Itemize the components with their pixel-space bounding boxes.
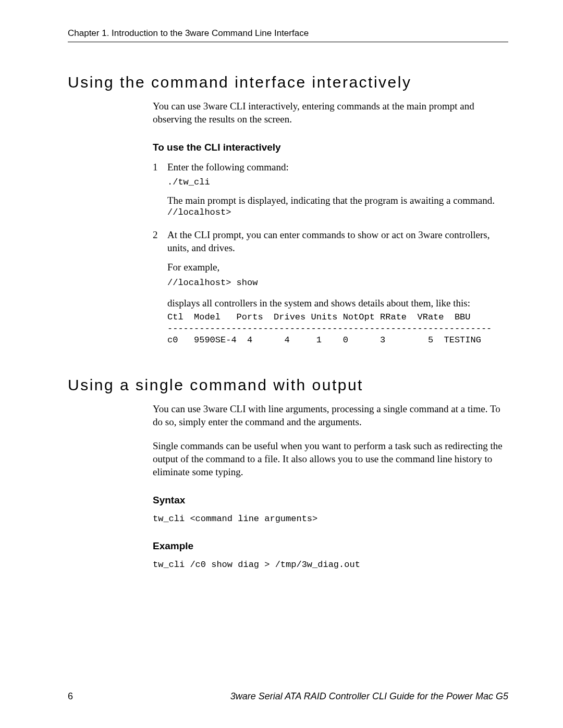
paragraph: Single commands can be useful when you w… (153, 439, 508, 479)
section-heading-single: Using a single command with output (68, 376, 508, 394)
code-sample: ./tw_cli (167, 177, 508, 189)
sub-heading-interactive: To use the CLI interactively (153, 142, 508, 153)
step-number: 1 (153, 162, 167, 173)
step-1: 1 Enter the following command: ./tw_cli … (153, 161, 508, 219)
step-text: Enter the following command: (167, 161, 508, 174)
step-paragraph: displays all controllers in the system a… (167, 297, 508, 310)
page-number: 6 (68, 691, 73, 702)
header-rule (68, 42, 508, 42)
step-number: 2 (153, 229, 167, 241)
intro-paragraph: You can use 3ware CLI with line argument… (153, 402, 508, 429)
section-single-body: You can use 3ware CLI with line argument… (153, 402, 508, 571)
code-sample: //localhost> (167, 207, 508, 219)
step-paragraph: For example, (167, 261, 508, 274)
page-footer: 6 3ware Serial ATA RAID Controller CLI G… (68, 691, 508, 702)
steps-list: 1 Enter the following command: ./tw_cli … (153, 161, 508, 347)
code-syntax: tw_cli <command line arguments> (153, 513, 508, 525)
page: Chapter 1. Introduction to the 3ware Com… (0, 0, 563, 728)
code-output-table: Ctl Model Ports Drives Units NotOpt RRat… (167, 312, 508, 346)
step-2: 2 At the CLI prompt, you can enter comma… (153, 228, 508, 346)
section-interactive-body: You can use 3ware CLI interactively, ent… (153, 100, 508, 346)
sub-heading-example: Example (153, 540, 508, 552)
book-title: 3ware Serial ATA RAID Controller CLI Gui… (230, 691, 508, 702)
code-sample: //localhost> show (167, 277, 508, 289)
sub-heading-syntax: Syntax (153, 495, 508, 506)
running-header: Chapter 1. Introduction to the 3ware Com… (68, 28, 508, 39)
code-example: tw_cli /c0 show diag > /tmp/3w_diag.out (153, 559, 508, 571)
step-text: At the CLI prompt, you can enter command… (167, 228, 508, 255)
section-heading-interactive: Using the command interface interactivel… (68, 73, 508, 91)
step-paragraph: The main prompt is displayed, indicating… (167, 194, 508, 207)
intro-paragraph: You can use 3ware CLI interactively, ent… (153, 100, 508, 126)
